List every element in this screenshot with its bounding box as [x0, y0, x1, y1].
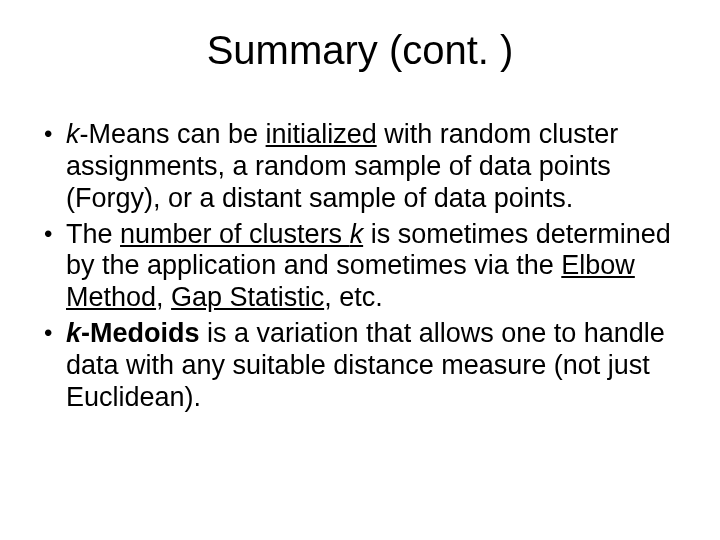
- list-item: k-Means can be initialized with random c…: [66, 119, 682, 215]
- text-underline: initialized: [266, 119, 377, 149]
- text: The: [66, 219, 120, 249]
- list-item: k-Medoids is a variation that allows one…: [66, 318, 682, 414]
- text-underline-italic: k: [350, 219, 364, 249]
- slide: Summary (cont. ) k-Means can be initiali…: [0, 0, 720, 540]
- text-underline: Gap Statistic: [171, 282, 324, 312]
- text-underline: number of clusters: [120, 219, 350, 249]
- list-item: The number of clusters k is sometimes de…: [66, 219, 682, 315]
- text-italic: k: [66, 119, 80, 149]
- text-bold: -Medoids: [81, 318, 200, 348]
- bullet-list: k-Means can be initialized with random c…: [38, 119, 682, 414]
- slide-title: Summary (cont. ): [38, 28, 682, 73]
- text: , etc.: [324, 282, 383, 312]
- text: ,: [156, 282, 171, 312]
- text: -Means can be: [80, 119, 266, 149]
- text-bold-italic: k: [66, 318, 81, 348]
